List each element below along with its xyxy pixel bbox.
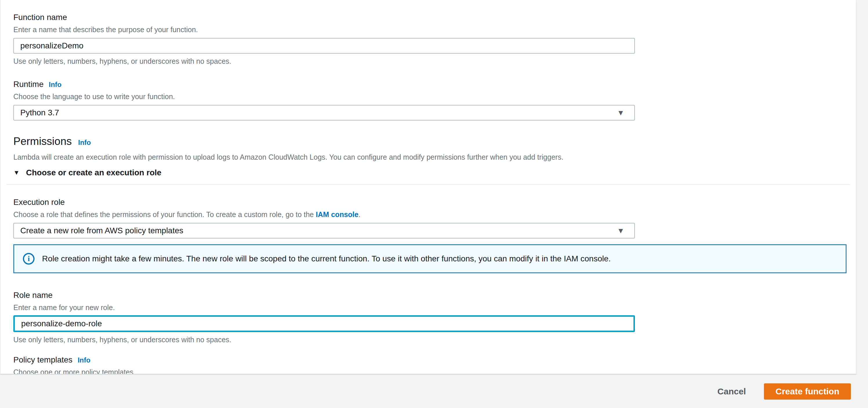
execution-role-label: Execution role (13, 197, 843, 208)
role-name-description: Enter a name for your new role. (13, 303, 843, 312)
function-name-label: Function name (13, 12, 843, 23)
runtime-group: Runtime Info Choose the language to use … (13, 79, 843, 121)
runtime-label: Runtime (13, 79, 43, 90)
function-name-group: Function name Enter a name that describe… (13, 12, 843, 66)
permissions-title: Permissions (13, 135, 72, 148)
expander-open-icon: ▼ (13, 169, 20, 177)
execution-role-description: Choose a role that defines the permissio… (13, 210, 843, 219)
runtime-description: Choose the language to use to write your… (13, 92, 843, 101)
chevron-down-icon: ▼ (617, 226, 624, 235)
policy-templates-info-link[interactable]: Info (78, 356, 90, 364)
runtime-select-value: Python 3.7 (20, 108, 59, 117)
cancel-button[interactable]: Cancel (715, 386, 749, 397)
runtime-info-link[interactable]: Info (49, 81, 61, 89)
role-creation-info-alert: i Role creation might take a few minutes… (13, 244, 846, 273)
role-name-input[interactable] (13, 315, 635, 332)
execution-role-description-period: . (358, 210, 360, 219)
runtime-select[interactable]: Python 3.7 ▼ (13, 105, 635, 121)
chevron-down-icon: ▼ (617, 108, 624, 117)
role-name-constraint: Use only letters, numbers, hyphens, or u… (13, 335, 843, 344)
execution-role-expander[interactable]: ▼ Choose or create an execution role (13, 168, 843, 177)
role-name-label: Role name (13, 290, 843, 301)
create-function-button[interactable]: Create function (764, 383, 851, 400)
section-divider (6, 184, 850, 185)
role-name-group: Role name Enter a name for your new role… (13, 290, 843, 344)
permissions-info-link[interactable]: Info (78, 138, 91, 147)
create-function-card: Function name Enter a name that describe… (0, 0, 857, 375)
function-name-description: Enter a name that describes the purpose … (13, 25, 843, 34)
expander-label: Choose or create an execution role (26, 168, 161, 177)
function-name-input[interactable] (13, 38, 635, 54)
iam-console-link[interactable]: IAM console (316, 210, 358, 219)
policy-templates-description: Choose one or more policy templates. (13, 368, 843, 375)
role-creation-alert-text: Role creation might take a few minutes. … (42, 254, 611, 263)
footer-action-bar: Cancel Create function (0, 375, 868, 408)
execution-role-group: Execution role Choose a role that define… (13, 197, 843, 273)
execution-role-description-text: Choose a role that defines the permissio… (13, 210, 316, 219)
function-name-constraint: Use only letters, numbers, hyphens, or u… (13, 57, 843, 66)
permissions-section-header: Permissions Info (13, 135, 843, 148)
execution-role-select[interactable]: Create a new role from AWS policy templa… (13, 223, 635, 239)
execution-role-select-value: Create a new role from AWS policy templa… (20, 226, 183, 235)
policy-templates-group: Policy templates Info Choose one or more… (13, 355, 843, 375)
info-circle-icon: i (23, 253, 34, 264)
policy-templates-label: Policy templates (13, 355, 72, 365)
permissions-description: Lambda will create an execution role wit… (13, 152, 843, 162)
